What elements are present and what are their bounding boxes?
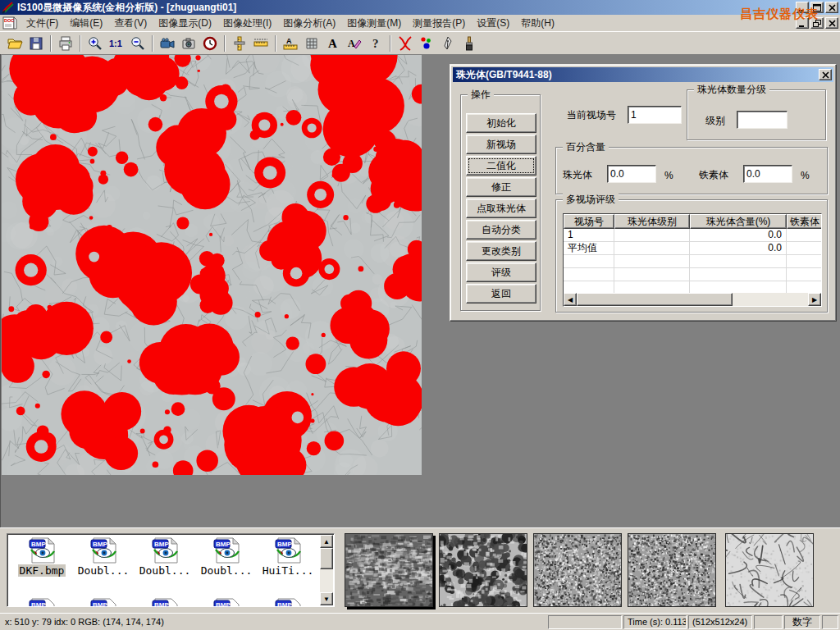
scrollbar-track[interactable] xyxy=(733,293,808,306)
col-pearlite-grade[interactable]: 珠光体级别 xyxy=(614,214,690,229)
dialog-title-bar[interactable]: 珠光体(GB/T9441-88) xyxy=(453,67,833,82)
scroll-right-button[interactable]: ▶ xyxy=(808,293,821,306)
zoom-out-button[interactable] xyxy=(127,34,148,53)
toolbar-separator xyxy=(224,35,226,52)
file-item[interactable]: BMP xyxy=(12,598,71,607)
cell xyxy=(690,268,787,281)
table-row[interactable] xyxy=(564,255,821,268)
col-ferrite[interactable]: 铁素体 xyxy=(787,214,822,229)
scroll-left-button[interactable]: ◀ xyxy=(564,293,577,306)
col-field-number[interactable]: 视场号 xyxy=(564,214,614,229)
auto-classify-button[interactable]: 自动分类 xyxy=(466,220,536,240)
document-icon[interactable]: DOC xyxy=(2,16,17,30)
return-button[interactable]: 返回 xyxy=(466,284,536,304)
snapshot-button[interactable] xyxy=(178,34,199,53)
toolbar-separator xyxy=(50,35,52,52)
video-capture-button[interactable] xyxy=(157,34,178,53)
file-item[interactable]: BMP xyxy=(74,598,133,607)
child-close-button[interactable] xyxy=(825,17,838,29)
svg-text:BMP: BMP xyxy=(277,541,292,548)
thumbnail-image[interactable] xyxy=(439,533,527,607)
initialize-button[interactable]: 初始化 xyxy=(466,113,536,133)
pick-button[interactable] xyxy=(437,34,459,53)
thumbnail-image[interactable] xyxy=(533,533,622,607)
actual-size-button[interactable]: 1:1 xyxy=(106,34,127,53)
ferrite-percent-input[interactable] xyxy=(743,165,792,183)
minimize-button[interactable] xyxy=(796,2,809,13)
thumbnail-image[interactable] xyxy=(725,533,814,607)
menu-help[interactable]: 帮助(H) xyxy=(515,16,560,31)
maximize-button[interactable] xyxy=(810,2,824,13)
table-row[interactable] xyxy=(564,268,821,281)
svg-text:BMP: BMP xyxy=(216,601,231,607)
scroll-up-button[interactable]: ▲ xyxy=(320,535,333,548)
child-restore-button[interactable] xyxy=(810,17,824,29)
pearlite-dialog: 珠光体(GB/T9441-88) 操作 初始化 新视场 二值化 修正 点取珠光体… xyxy=(450,64,837,322)
menu-file[interactable]: 文件(F) xyxy=(21,16,64,31)
svg-text:BMP: BMP xyxy=(216,541,231,548)
new-field-button[interactable]: 新视场 xyxy=(466,135,536,154)
pearlite-percent-input[interactable] xyxy=(607,165,656,183)
close-button[interactable] xyxy=(825,2,838,13)
file-item[interactable]: BMP HuiTi... xyxy=(258,537,317,577)
annotate-button[interactable]: A xyxy=(344,34,365,53)
correct-button[interactable]: 修正 xyxy=(466,177,536,197)
save-button[interactable] xyxy=(25,34,47,53)
menu-image-measure[interactable]: 图像测量(M) xyxy=(341,16,407,31)
dialog-close-button[interactable] xyxy=(819,69,832,80)
file-item[interactable]: BMP xyxy=(197,598,256,607)
pick-pearlite-button[interactable]: 点取珠光体 xyxy=(466,199,536,218)
current-field-input[interactable] xyxy=(628,106,682,124)
file-item[interactable]: BMP xyxy=(135,598,194,607)
menu-settings[interactable]: 设置(S) xyxy=(471,16,515,31)
paint-button[interactable] xyxy=(459,34,480,53)
scrollbar-thumb[interactable] xyxy=(577,293,733,306)
file-item[interactable]: BMP Doubl... xyxy=(135,537,194,577)
percent-group-label: 百分含量 xyxy=(563,141,609,153)
table-row[interactable]: 平均值 0.0 xyxy=(564,242,821,255)
change-class-button[interactable]: 更改类别 xyxy=(466,241,536,261)
file-item[interactable]: BMP xyxy=(258,598,317,607)
grade-input[interactable] xyxy=(737,111,788,129)
clock-icon xyxy=(202,35,218,52)
file-item[interactable]: BMP Doubl... xyxy=(197,537,256,577)
menu-view[interactable]: 查看(V) xyxy=(108,16,153,31)
menu-image-processing[interactable]: 图像处理(I) xyxy=(217,16,277,31)
pen-icon xyxy=(440,35,456,52)
classify-button[interactable] xyxy=(416,34,437,53)
scroll-down-button[interactable]: ▼ xyxy=(320,592,333,605)
thumbnail-image[interactable] xyxy=(345,533,433,607)
ruler-button[interactable] xyxy=(250,34,272,53)
binarize-button[interactable] xyxy=(395,34,416,53)
table-row[interactable]: 1 0.0 xyxy=(564,229,821,242)
timer-button[interactable] xyxy=(199,34,221,53)
rate-button[interactable]: 评级 xyxy=(466,262,536,282)
svg-text:BMP: BMP xyxy=(31,541,46,548)
menu-measure-report[interactable]: 测量报告(P) xyxy=(407,16,471,31)
text-button[interactable]: A xyxy=(322,34,344,53)
child-minimize-button[interactable] xyxy=(796,17,809,29)
measure-text-button[interactable]: A xyxy=(280,34,301,53)
scrollbar-thumb[interactable] xyxy=(320,548,333,569)
open-button[interactable] xyxy=(4,34,25,53)
bmp-image-file-icon: BMP xyxy=(151,537,179,564)
print-button[interactable] xyxy=(55,34,76,53)
thumbnail-image[interactable] xyxy=(628,533,716,607)
file-item[interactable]: BMP Doubl... xyxy=(74,537,133,577)
grid-stamp-button[interactable] xyxy=(301,34,322,53)
file-item[interactable]: BMP DKF.bmp xyxy=(12,537,71,577)
svg-text:BMP: BMP xyxy=(277,601,292,607)
zoom-in-button[interactable] xyxy=(84,34,106,53)
binarize-dialog-button[interactable]: 二值化 xyxy=(466,156,536,176)
menu-image-display[interactable]: 图像显示(D) xyxy=(153,16,217,31)
status-image-size: (512x512x24) xyxy=(688,615,752,629)
help-button[interactable]: ? xyxy=(365,34,386,53)
caliper-button[interactable] xyxy=(229,34,250,53)
micrograph-image[interactable] xyxy=(2,55,422,475)
menu-image-analysis[interactable]: 图像分析(A) xyxy=(277,16,341,31)
menu-edit[interactable]: 编辑(E) xyxy=(64,16,108,31)
save-icon xyxy=(28,35,44,52)
col-pearlite-content[interactable]: 珠光体含量(%) xyxy=(690,214,787,229)
status-time: Time (s): 0.113 xyxy=(623,615,687,629)
brush-icon xyxy=(461,35,477,52)
